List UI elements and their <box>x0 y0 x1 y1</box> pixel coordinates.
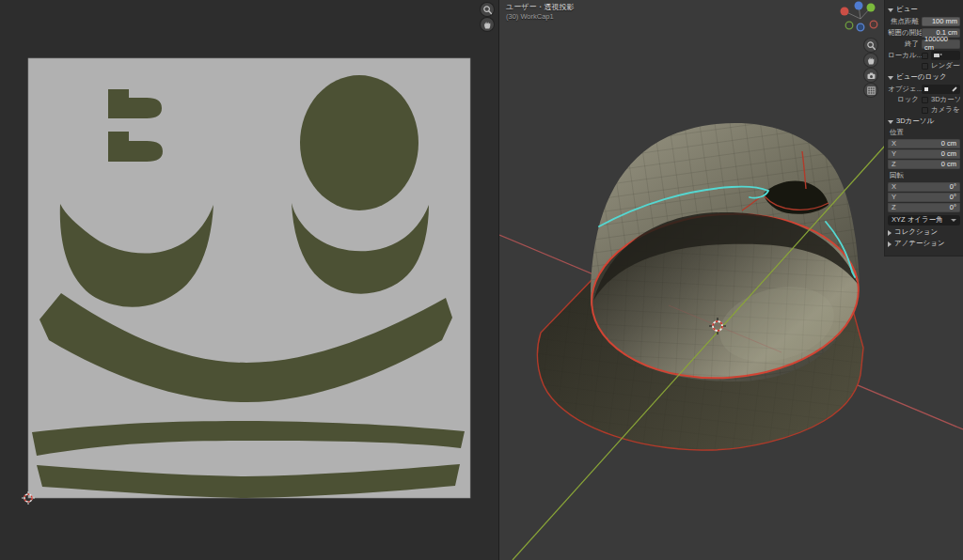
eyedropper-icon[interactable] <box>952 86 957 92</box>
axis-value: 0° <box>950 204 956 212</box>
axis-label: X <box>892 140 896 148</box>
axis-value: 0 cm <box>941 161 956 169</box>
panel-header-label: ビュー <box>896 6 918 14</box>
render-region-checkbox[interactable] <box>922 63 928 70</box>
local-camera-object-field[interactable] <box>931 51 960 60</box>
lock-to-object-object-field[interactable] <box>922 85 960 94</box>
prop-row-focal-length: 焦点距離100 mm <box>888 17 960 26</box>
expand-icon <box>888 241 892 247</box>
expand-icon <box>888 230 892 236</box>
n-panel-view-tab: ビュー焦点距離100 mm範囲の開始0.1 cm終了100000 cmローカル.… <box>884 0 963 257</box>
camera-view-icon[interactable] <box>864 69 877 82</box>
cursor-rotation-y-field[interactable]: Y0° <box>888 193 960 202</box>
axis-value: 0° <box>950 183 956 192</box>
location-label-text: 位置 <box>890 129 904 137</box>
clip-end-field[interactable]: 100000 cm <box>922 39 960 49</box>
cursor-rotation-group: X0°Y0°Z0° <box>888 182 960 212</box>
pan-hand-icon[interactable] <box>864 54 877 67</box>
panel-header-annotations[interactable]: アノテーション <box>888 240 960 248</box>
collapse-icon <box>888 120 893 124</box>
gizmo-axis-z-neg[interactable] <box>857 23 864 31</box>
location-label: 位置 <box>888 129 960 137</box>
collapse-icon <box>888 8 893 12</box>
perspective-toggle-icon[interactable] <box>864 84 877 97</box>
rotation-mode-dropdown[interactable]: XYZ オイラー角 <box>888 215 960 226</box>
cursor-location-x-field[interactable]: X0 cm <box>888 139 960 148</box>
zoom-icon[interactable] <box>864 39 877 52</box>
collapse-icon <box>888 76 893 80</box>
focal-length-field[interactable]: 100 mm <box>922 17 960 26</box>
cursor-location-y-field[interactable]: Y0 cm <box>888 149 960 159</box>
render-region-label: レンダー領域 <box>931 62 960 70</box>
check-row-render-region: レンダー領域 <box>888 62 960 70</box>
gizmo-axis-y[interactable] <box>867 4 876 12</box>
object-data-icon <box>924 87 928 91</box>
gizmo-axis-x-neg[interactable] <box>870 21 877 28</box>
viewport-mode-label: ユーザー・透視投影 <box>506 3 574 12</box>
lock-3d-cursor-checkbox[interactable] <box>922 97 928 103</box>
panel-header-label: 3Dカーソル <box>896 117 934 126</box>
panel-header-cursor-3d[interactable]: 3Dカーソル <box>888 117 960 126</box>
axis-value: 0 cm <box>941 140 956 148</box>
focal-length-label: 焦点距離 <box>888 18 922 26</box>
rotation-label: 回転 <box>888 172 960 180</box>
objfield-row-local-camera: ローカル... <box>888 51 960 60</box>
pan-hand-icon[interactable] <box>481 18 494 31</box>
gizmo-axis-y-neg[interactable] <box>845 22 853 29</box>
viewport-3d: ユーザー・透視投影 (30) WorkCap1 <box>499 0 963 560</box>
axis-label: Y <box>892 150 896 159</box>
objfield-row-lock-to-object: オブジェ... <box>888 85 960 94</box>
focal-length-value: 100 mm <box>932 18 957 26</box>
zoom-icon[interactable] <box>481 3 494 16</box>
axis-label: Z <box>892 204 896 212</box>
panel-header-label: ビューのロック <box>896 73 947 82</box>
lock-3d-cursor-prefix: ロック <box>888 96 922 104</box>
clip-start-label: 範囲の開始 <box>888 29 922 38</box>
check-row-lock-camera-to-view: カメラをビ... <box>888 106 960 115</box>
uv-nav-buttons <box>481 3 494 31</box>
prop-row-clip-end: 終了100000 cm <box>888 39 960 49</box>
lock-camera-to-view-label: カメラをビ... <box>931 106 960 115</box>
axis-label: X <box>892 183 896 192</box>
axis-value: 0 cm <box>941 150 956 159</box>
axis-label: Z <box>892 161 896 169</box>
rotation-mode-value: XYZ オイラー角 <box>892 216 943 225</box>
uv-image-editor <box>0 0 499 560</box>
gizmo-axis-z[interactable] <box>855 2 863 10</box>
lock-3d-cursor-label: 3Dカーソル... <box>931 96 960 104</box>
check-row-lock-3d-cursor: ロック3Dカーソル... <box>888 96 960 104</box>
gizmo-axis-x[interactable] <box>841 8 849 16</box>
viewport-header-text: ユーザー・透視投影 (30) WorkCap1 <box>506 3 574 21</box>
chevron-down-icon <box>951 219 956 222</box>
panel-header-view-lock[interactable]: ビューのロック <box>888 73 960 82</box>
active-object-label: (30) WorkCap1 <box>506 12 574 21</box>
dropdown-row-rotation-mode: XYZ オイラー角 <box>888 215 960 226</box>
clip-end-label: 終了 <box>888 40 922 49</box>
navigation-gizmo[interactable] <box>839 0 882 41</box>
axis-value: 0° <box>950 194 956 202</box>
cursor-rotation-z-field[interactable]: Z0° <box>888 203 960 212</box>
uv-island-top-circle[interactable] <box>300 75 418 210</box>
rotation-label-text: 回転 <box>890 172 904 180</box>
lock-camera-to-view-checkbox[interactable] <box>922 107 928 114</box>
local-camera-checkbox[interactable] <box>922 53 928 59</box>
uv-canvas[interactable] <box>0 0 499 560</box>
panel-header-collections[interactable]: コレクション <box>888 228 960 237</box>
cursor-location-group: X0 cmY0 cmZ0 cm <box>888 139 960 169</box>
panel-header-label: アノテーション <box>894 240 945 248</box>
panel-header-view[interactable]: ビュー <box>888 6 960 14</box>
lock-to-object-label: オブジェ... <box>888 86 922 94</box>
local-camera-label: ローカル... <box>888 52 922 60</box>
blender-window: ユーザー・透視投影 (30) WorkCap1 <box>0 0 963 560</box>
cursor-location-z-field[interactable]: Z0 cm <box>888 160 960 169</box>
cursor-rotation-x-field[interactable]: X0° <box>888 182 960 192</box>
camera-icon <box>934 54 939 57</box>
viewport-nav-buttons <box>864 39 877 97</box>
panel-header-label: コレクション <box>894 228 938 237</box>
axis-label: Y <box>892 194 896 202</box>
